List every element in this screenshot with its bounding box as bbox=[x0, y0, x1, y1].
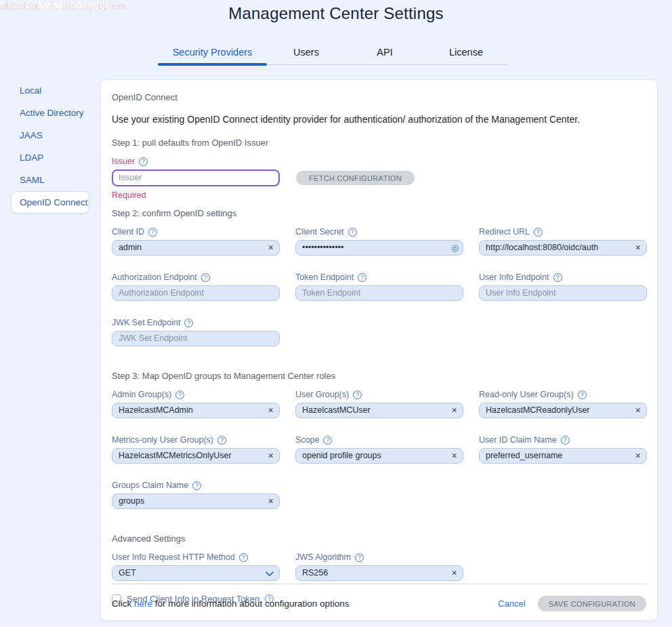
clear-icon[interactable]: ✕ bbox=[635, 407, 641, 414]
jws-algorithm-label: JWS Algorithm bbox=[295, 552, 351, 562]
metrics-groups-input[interactable] bbox=[112, 448, 280, 464]
panel-heading: OpenID Connect bbox=[112, 92, 646, 102]
field-jws-algorithm: JWS Algorithm ? ✕ bbox=[295, 552, 463, 581]
authorization-endpoint-label: Authorization Endpoint bbox=[112, 272, 197, 282]
jwk-set-endpoint-label: JWK Set Endpoint bbox=[112, 318, 180, 327]
fetch-configuration-button[interactable]: FETCH CONFIGURATION bbox=[296, 171, 415, 185]
field-issuer: Issuer ? FETCH CONFIGURATION Required bbox=[112, 157, 646, 200]
sidebar-item-local[interactable]: Local bbox=[11, 79, 89, 102]
user-groups-input[interactable] bbox=[295, 403, 463, 418]
sidebar-item-openid-connect[interactable]: OpenID Connect bbox=[11, 191, 89, 214]
client-id-label: Client ID bbox=[112, 227, 144, 237]
help-icon[interactable]: ? bbox=[139, 157, 148, 166]
client-secret-input[interactable] bbox=[295, 240, 463, 256]
help-icon[interactable]: ? bbox=[553, 273, 562, 282]
tab-license[interactable]: License bbox=[424, 43, 508, 64]
clear-icon[interactable]: ✕ bbox=[268, 452, 274, 460]
clear-icon[interactable]: ✕ bbox=[635, 244, 641, 251]
issuer-input[interactable] bbox=[112, 169, 280, 186]
sidebar-item-jaas[interactable]: JAAS bbox=[11, 124, 89, 146]
http-method-label: User Info Request HTTP Method bbox=[112, 552, 235, 562]
jwk-set-endpoint-input[interactable] bbox=[112, 331, 280, 346]
help-icon[interactable]: ? bbox=[175, 390, 184, 399]
panel-footer: Click here for more information about co… bbox=[112, 584, 646, 611]
clear-icon[interactable]: ✕ bbox=[451, 452, 457, 460]
clear-icon[interactable]: ✕ bbox=[635, 452, 641, 460]
help-icon[interactable]: ? bbox=[184, 319, 193, 327]
required-message: Required bbox=[112, 190, 646, 200]
help-icon[interactable]: ? bbox=[534, 228, 543, 237]
help-icon[interactable]: ? bbox=[217, 436, 226, 445]
help-icon[interactable]: ? bbox=[353, 390, 362, 399]
field-client-id: Client ID ? ✕ bbox=[112, 227, 280, 256]
user-id-claim-label: User ID Claim Name bbox=[479, 435, 557, 445]
clear-icon[interactable]: ✕ bbox=[268, 498, 274, 505]
more-info-link[interactable]: here bbox=[134, 599, 152, 609]
field-client-secret: Client Secret ? ◎ bbox=[295, 227, 463, 256]
help-icon[interactable]: ? bbox=[148, 228, 157, 237]
metrics-groups-label: Metrics-only User Group(s) bbox=[112, 435, 213, 445]
clear-icon[interactable]: ✕ bbox=[451, 569, 457, 577]
field-readonly-groups: Read-only User Group(s) ? ✕ bbox=[479, 390, 647, 418]
client-id-input[interactable] bbox=[112, 240, 280, 256]
http-method-select[interactable] bbox=[112, 565, 280, 581]
tab-bar: Security Providers Users API License bbox=[158, 43, 508, 65]
footer-divider bbox=[112, 584, 646, 584]
panel-description: Use your existing OpenID Connect identit… bbox=[112, 114, 646, 125]
advanced-settings-title: Advanced Settings bbox=[112, 533, 646, 544]
help-icon[interactable]: ? bbox=[348, 228, 357, 237]
security-provider-sidebar: Local Active Directory JAAS LDAP SAML Op… bbox=[11, 79, 89, 214]
chevron-down-icon[interactable] bbox=[266, 571, 274, 576]
user-id-claim-input[interactable] bbox=[479, 448, 647, 464]
help-icon[interactable]: ? bbox=[192, 481, 201, 490]
field-user-groups: User Group(s) ? ✕ bbox=[295, 390, 463, 418]
authorization-endpoint-input[interactable] bbox=[112, 285, 280, 301]
groups-claim-input[interactable] bbox=[112, 493, 280, 509]
clear-icon[interactable]: ✕ bbox=[268, 244, 274, 251]
redirect-url-input[interactable] bbox=[479, 240, 647, 256]
scope-input[interactable] bbox=[295, 448, 463, 464]
field-groups-claim: Groups Claim Name ? ✕ bbox=[112, 481, 280, 509]
help-icon[interactable]: ? bbox=[239, 553, 248, 562]
token-endpoint-label: Token Endpoint bbox=[295, 272, 354, 282]
help-icon[interactable]: ? bbox=[561, 436, 570, 445]
field-admin-groups: Admin Group(s) ? ✕ bbox=[112, 390, 280, 418]
save-configuration-button[interactable]: SAVE CONFIGURATION bbox=[538, 596, 646, 611]
openid-connect-panel: OpenID Connect Use your existing OpenID … bbox=[100, 79, 658, 621]
client-secret-label: Client Secret bbox=[295, 227, 344, 237]
show-password-eye-icon[interactable]: ◎ bbox=[451, 243, 459, 252]
page-title: Management Center Settings bbox=[0, 4, 672, 23]
clear-icon[interactable]: ✕ bbox=[268, 407, 274, 414]
clear-icon[interactable]: ✕ bbox=[451, 407, 457, 414]
sidebar-item-saml[interactable]: SAML bbox=[11, 169, 89, 191]
admin-groups-label: Admin Group(s) bbox=[112, 390, 171, 399]
issuer-label: Issuer bbox=[112, 157, 135, 166]
admin-groups-input[interactable] bbox=[112, 403, 280, 418]
help-icon[interactable]: ? bbox=[201, 273, 210, 282]
help-icon[interactable]: ? bbox=[355, 553, 364, 562]
step2-title: Step 2: confirm OpenID settings bbox=[112, 208, 646, 218]
tab-users[interactable]: Users bbox=[267, 43, 345, 64]
field-redirect-url: Redirect URL ? ✕ bbox=[479, 227, 647, 256]
step3-title: Step 3: Map OpenID groups to Management … bbox=[112, 371, 646, 381]
sidebar-item-active-directory[interactable]: Active Directory bbox=[11, 102, 89, 124]
tab-api[interactable]: API bbox=[345, 43, 424, 64]
user-info-endpoint-input[interactable] bbox=[479, 285, 647, 301]
help-icon[interactable]: ? bbox=[323, 436, 332, 445]
token-endpoint-input[interactable] bbox=[295, 285, 463, 301]
help-icon[interactable]: ? bbox=[578, 390, 587, 399]
readonly-groups-label: Read-only User Group(s) bbox=[479, 390, 574, 399]
scope-label: Scope bbox=[295, 435, 319, 445]
field-scope: Scope ? ✕ bbox=[295, 435, 463, 464]
sidebar-item-ldap[interactable]: LDAP bbox=[11, 146, 89, 169]
readonly-groups-input[interactable] bbox=[479, 403, 647, 418]
tab-security-providers[interactable]: Security Providers bbox=[158, 43, 267, 64]
field-authorization-endpoint: Authorization Endpoint ? bbox=[112, 272, 280, 301]
cancel-button[interactable]: Cancel bbox=[498, 599, 525, 609]
footer-info-text: Click here for more information about co… bbox=[112, 599, 349, 609]
help-icon[interactable]: ? bbox=[358, 273, 366, 282]
http-method-value[interactable] bbox=[112, 565, 280, 581]
redirect-url-label: Redirect URL bbox=[479, 227, 530, 237]
field-metrics-groups: Metrics-only User Group(s) ? ✕ bbox=[112, 435, 280, 464]
jws-algorithm-input[interactable] bbox=[295, 565, 463, 581]
